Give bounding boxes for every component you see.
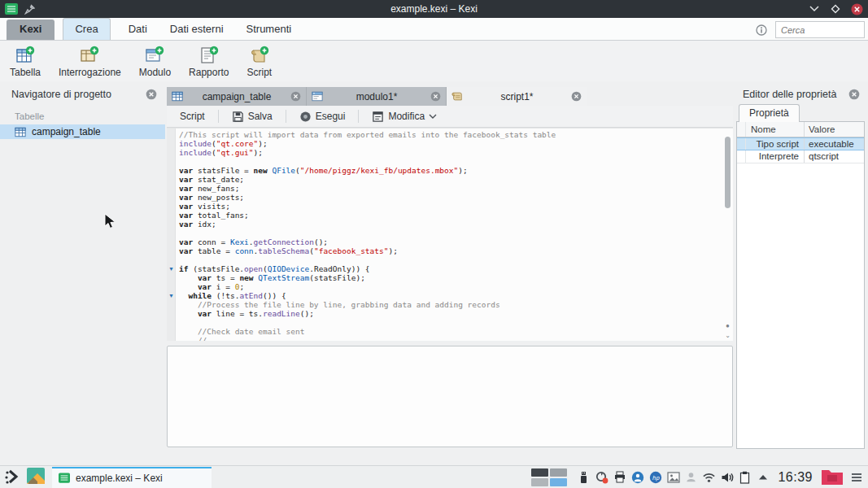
code-line bbox=[179, 255, 722, 264]
close-panel-icon[interactable] bbox=[146, 89, 157, 100]
tab-close-icon[interactable] bbox=[430, 91, 441, 102]
code-line: var new_posts; bbox=[179, 193, 722, 202]
user-offline-icon[interactable] bbox=[684, 470, 698, 484]
user-blue-icon[interactable] bbox=[630, 470, 644, 484]
code-line: var table = conn.tableSchema("facebook_s… bbox=[179, 246, 722, 255]
run-icon bbox=[299, 111, 312, 123]
script-add-icon bbox=[250, 46, 269, 65]
property-value[interactable]: qtscript bbox=[805, 150, 864, 163]
ribbon-button-script[interactable]: Script bbox=[242, 44, 277, 80]
ribbon-button-rapporto[interactable]: Rapporto bbox=[184, 44, 233, 80]
report-add-icon bbox=[199, 46, 219, 65]
pager-desktop-4[interactable] bbox=[550, 478, 567, 486]
scroll-up-icon[interactable]: ● bbox=[723, 322, 732, 329]
ribbon-button-tabella[interactable]: Tabella bbox=[5, 44, 46, 80]
menu-tab-crea[interactable]: Crea bbox=[63, 18, 110, 40]
printer-icon[interactable] bbox=[613, 470, 626, 484]
expand-tray-icon[interactable] bbox=[756, 470, 770, 484]
modifica-button[interactable]: Modifica bbox=[365, 108, 443, 125]
red-folder-icon[interactable] bbox=[821, 468, 845, 487]
scrollbar-handle[interactable] bbox=[725, 137, 731, 208]
ribbon-label: Rapporto bbox=[189, 67, 229, 78]
maximize-icon[interactable] bbox=[829, 2, 842, 15]
table-add-icon bbox=[15, 46, 35, 65]
window-title: example.kexi – Kexi bbox=[0, 3, 868, 15]
property-row-interprete[interactable]: Interpreteqtscript bbox=[737, 150, 864, 163]
doc-tab-label: modulo1* bbox=[323, 91, 430, 102]
script-icon bbox=[451, 91, 463, 102]
ribbon-button-modulo[interactable]: Modulo bbox=[134, 44, 176, 80]
close-panel-icon[interactable] bbox=[848, 89, 860, 100]
app-launcher-icon[interactable] bbox=[3, 468, 23, 487]
fold-marker-icon[interactable]: ▼ bbox=[167, 264, 176, 273]
property-editor-title: Editor delle proprietà bbox=[743, 89, 836, 100]
code-line: var stat_date; bbox=[179, 175, 722, 184]
scroll-down-icon[interactable]: ⌄ bbox=[723, 332, 732, 339]
doc-tab-campaign_table[interactable]: campaign_table bbox=[167, 87, 307, 106]
close-icon[interactable] bbox=[850, 2, 863, 15]
panel-menu-icon[interactable] bbox=[852, 473, 861, 481]
usb-drive-icon[interactable] bbox=[577, 470, 591, 484]
editor-fold-gutter[interactable] bbox=[167, 129, 176, 341]
menu-tab-dati-esterni[interactable]: Dati esterni bbox=[159, 19, 235, 40]
row-stub bbox=[737, 150, 746, 163]
hp-device-icon[interactable]: hp bbox=[648, 470, 662, 484]
code-text[interactable]: //This script will import data from expo… bbox=[179, 130, 722, 341]
doc-tab-modulo1[interactable]: modulo1* bbox=[307, 87, 447, 106]
menu-tab-strumenti[interactable]: Strumenti bbox=[235, 19, 303, 40]
column-valore[interactable]: Valore bbox=[805, 122, 864, 137]
tab-close-icon[interactable] bbox=[290, 91, 301, 102]
script-code-editor[interactable]: ▼▼ //This script will import data from e… bbox=[167, 128, 733, 341]
editor-vertical-scrollbar[interactable]: ● ⌄ bbox=[723, 130, 732, 339]
volume-icon[interactable] bbox=[720, 470, 734, 484]
salva-button[interactable]: Salva bbox=[225, 108, 279, 125]
desktop-folder-icon[interactable] bbox=[26, 467, 49, 488]
sidebar-item-label: campaign_table bbox=[32, 126, 101, 137]
code-line: var total_fans; bbox=[179, 211, 722, 220]
esegui-button[interactable]: Esegui bbox=[293, 108, 352, 125]
tab-close-icon[interactable] bbox=[571, 91, 582, 102]
wifi-icon[interactable] bbox=[702, 470, 716, 484]
pager-desktop-2[interactable] bbox=[550, 468, 567, 477]
property-editor-panel: Editor delle proprietà Proprietà Nome Va… bbox=[735, 81, 868, 465]
code-line: //Process the file line by line, grabbin… bbox=[179, 300, 722, 309]
info-icon[interactable] bbox=[756, 24, 767, 36]
software-update-icon[interactable] bbox=[595, 470, 608, 484]
clock[interactable]: 16:39 bbox=[778, 470, 813, 485]
taskbar-task-button[interactable]: example.kexi – Kexi bbox=[52, 467, 212, 488]
property-name: Interprete bbox=[746, 150, 805, 163]
script-output-panel bbox=[167, 346, 733, 447]
menu-tab-kexi[interactable]: Kexi bbox=[7, 20, 55, 40]
property-table-header[interactable]: Nome Valore bbox=[737, 122, 864, 137]
code-line: var statsFile = new QFile("/home/piggz/k… bbox=[179, 166, 722, 175]
column-nome[interactable]: Nome bbox=[746, 122, 805, 137]
virtual-desktop-pager[interactable] bbox=[531, 468, 567, 486]
doc-tab-label: campaign_table bbox=[183, 91, 290, 102]
ribbon-label: Script bbox=[246, 67, 272, 78]
property-name: Tipo script bbox=[746, 138, 805, 150]
chevron-down-icon[interactable] bbox=[429, 114, 437, 120]
button-label: Script bbox=[180, 111, 205, 122]
property-value[interactable]: executable bbox=[805, 138, 864, 150]
pager-desktop-1[interactable] bbox=[531, 468, 548, 477]
fold-marker-icon[interactable]: ▼ bbox=[167, 291, 176, 300]
form-icon bbox=[312, 91, 323, 102]
project-navigator-title: Navigatore di progetto bbox=[11, 89, 111, 100]
toolbar-separator bbox=[218, 110, 219, 123]
titlebar: example.kexi – Kexi bbox=[0, 0, 868, 18]
minimize-icon[interactable] bbox=[808, 2, 821, 15]
property-row-tipo-script[interactable]: Tipo scriptexecutable bbox=[737, 137, 864, 150]
menu-tab-dati[interactable]: Dati bbox=[117, 19, 159, 40]
tab-properties[interactable]: Proprietà bbox=[739, 104, 800, 122]
code-line: var new_fans; bbox=[179, 184, 722, 193]
pin-icon[interactable] bbox=[24, 4, 35, 15]
clipboard-icon[interactable] bbox=[738, 470, 752, 484]
script-button[interactable]: Script bbox=[173, 108, 212, 124]
search-input[interactable] bbox=[775, 21, 865, 38]
doc-tab-script1[interactable]: script1* bbox=[447, 87, 587, 106]
document-tabs: campaign_tablemodulo1*script1* bbox=[167, 87, 733, 106]
pager-desktop-3[interactable] bbox=[531, 478, 548, 486]
ribbon-button-interrogazione[interactable]: Interrogazione bbox=[54, 44, 126, 80]
screenshot-icon[interactable] bbox=[666, 470, 680, 484]
sidebar-item-campaign_table[interactable]: campaign_table bbox=[0, 124, 165, 139]
